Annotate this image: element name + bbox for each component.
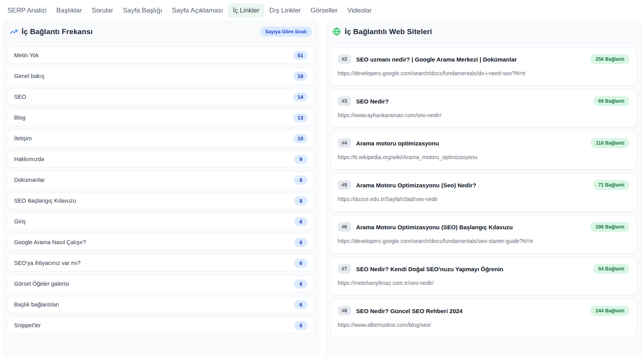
frequency-list-item[interactable]: Başlık bağlantıları 6 [7,296,314,313]
anchor-text-label: SEO'ya ihtiyacınız var mı? [14,260,81,266]
frequency-list-item[interactable]: Google Arama Nasıl Çalışır? 6 [7,234,314,251]
link-count-badge: 6 [294,321,308,330]
rank-badge: #2 [338,54,351,64]
frequency-list-item[interactable]: Genel bakış 18 [7,67,314,85]
anchor-text-label: SEO Başlangıç Kılavuzu [14,198,76,204]
website-title: Arama Motoru Optimizasyonu (Seo) Nedir? [356,182,476,189]
website-url-link[interactable]: https://duzce.edu.tr/Sayfa/c0ad/seo-nedi… [338,196,630,202]
nav-tab[interactable]: Dış Linkler [264,4,305,18]
backlink-count-badge: 116 Bağlantı [591,138,630,148]
backlink-count-badge: 69 Bağlantı [593,96,630,106]
frequency-panel-header: İç Bağlantı Frekansı Sayıya Göre Sıralı [4,21,318,43]
website-card-header: #2 SEO uzmanı nedir? | Google Arama Merk… [338,54,630,64]
frequency-list-item[interactable]: SEO 14 [7,88,314,105]
rank-badge: #5 [338,180,351,190]
nav-tab[interactable]: SERP Analizi [3,4,51,18]
app-viewport: SERP Analizi Başlıklar Sorular Sayfa Baş… [0,0,644,359]
website-card[interactable]: #5 Arama Motoru Optimizasyonu (Seo) Nedi… [330,173,637,212]
link-count-badge: 6 [294,238,308,247]
website-card-header: #5 Arama Motoru Optimizasyonu (Seo) Nedi… [338,180,630,190]
frequency-list-item[interactable]: Hakkımızda 9 [7,150,314,168]
frequency-list-item[interactable]: Metin Yok 51 [7,47,314,64]
website-card-header: #3 SEO Nedir? 69 Bağlantı [338,96,630,106]
anchor-text-label: Dokümanlar [14,177,45,183]
top-tab-bar: SERP Analizi Başlıklar Sorular Sayfa Baş… [0,0,644,20]
frequency-list-item[interactable]: Görsel Öğeler galerisi 6 [7,275,314,292]
trending-up-icon [10,28,18,36]
frequency-list: Metin Yok 51 Genel bakış 18 SEO 14 [4,43,318,341]
link-count-badge: 18 [293,72,308,81]
anchor-text-label: İletişim [14,135,32,141]
frequency-panel-title: İç Bağlantı Frekansı [22,27,93,36]
website-url-link[interactable]: https://www.albertsolino.com/blog/seo/ [338,322,630,328]
content-panels: İç Bağlantı Frekansı Sayıya Göre Sıralı … [0,20,644,356]
frequency-list-item[interactable]: Snippet'ler 6 [7,317,314,334]
linked-websites-panel: İç Bağlantılı Web Siteleri #2 SEO uzmanı… [326,21,641,356]
anchor-text-label: Giriş [14,218,26,225]
nav-tab[interactable]: Başlıklar [52,4,87,18]
globe-icon [333,27,341,36]
backlink-count-badge: 256 Bağlantı [590,54,630,64]
link-count-badge: 9 [294,155,308,164]
link-count-badge: 14 [293,92,308,102]
anchor-text-label: SEO [14,94,26,100]
website-title: Arama motoru optimizasyonu [356,140,439,147]
frequency-list-item[interactable]: SEO Başlangıç Kılavuzu 8 [7,192,314,209]
website-card[interactable]: #3 SEO Nedir? 69 Bağlantı https://www.ay… [330,89,637,128]
link-count-badge: 6 [294,217,308,226]
anchor-text-label: Başlık bağlantıları [14,301,59,308]
website-url-link[interactable]: https://developers.google.com/search/doc… [338,238,630,244]
link-count-badge: 51 [293,51,308,60]
website-card-header: #8 SEO Nedir? Güncel SEO Rehberi 2024 24… [338,306,630,316]
anchor-text-label: Blog [14,114,25,121]
website-url-link[interactable]: https://www.ayhankaraman.com/seo-nedir/ [338,112,630,118]
link-count-badge: 10 [293,134,308,143]
anchor-text-label: Snippet'ler [14,322,41,328]
website-title: SEO Nedir? Güncel SEO Rehberi 2024 [356,308,463,314]
nav-tab[interactable]: Videolar [343,4,376,18]
website-card-header: #7 SEO Nedir? Kendi Doğal SEO'nuzu Yapma… [338,264,630,274]
backlink-count-badge: 244 Bağlantı [590,306,630,316]
frequency-list-item[interactable]: SEO'ya ihtiyacınız var mı? 6 [7,254,314,272]
rank-badge: #6 [338,222,351,232]
website-card-header: #4 Arama motoru optimizasyonu 116 Bağlan… [338,138,630,148]
website-card[interactable]: #7 SEO Nedir? Kendi Doğal SEO'nuzu Yapma… [330,257,637,296]
websites-panel-header: İç Bağlantılı Web Siteleri [326,21,641,42]
link-count-badge: 8 [294,176,308,185]
nav-tab[interactable]: İç Linkler [228,4,264,18]
website-url-link[interactable]: https://developers.google.com/search/doc… [338,70,630,76]
anchor-text-label: Metin Yok [14,52,39,58]
nav-tab[interactable]: Sayfa Başlığı [118,4,167,18]
frequency-list-item[interactable]: Blog 13 [7,109,314,126]
anchor-text-label: Google Arama Nasıl Çalışır? [14,239,86,245]
website-title: SEO Nedir? Kendi Doğal SEO'nuzu Yapmayı … [356,266,503,272]
link-count-badge: 8 [294,196,308,205]
frequency-list-item[interactable]: Dokümanlar 8 [7,171,314,189]
website-card[interactable]: #4 Arama motoru optimizasyonu 116 Bağlan… [330,131,637,170]
website-url-link[interactable]: https://metehanyilmaz.com.tr/seo-nedir/ [338,280,630,286]
websites-panel-title: İç Bağlantılı Web Siteleri [345,27,432,36]
link-count-badge: 6 [294,279,308,288]
anchor-text-label: Genel bakış [14,73,44,79]
website-card[interactable]: #8 SEO Nedir? Güncel SEO Rehberi 2024 24… [330,299,637,337]
anchor-text-label: Hakkımızda [14,156,44,162]
link-count-badge: 6 [294,300,308,309]
websites-list: #2 SEO uzmanı nedir? | Google Arama Merk… [326,42,641,346]
website-url-link[interactable]: https://tr.wikipedia.org/wiki/Arama_moto… [338,154,630,160]
sort-order-badge: Sayıya Göre Sıralı [260,27,312,37]
website-card-header: #6 Arama Motoru Optimizasyonu (SEO) Başl… [338,222,630,232]
backlink-count-badge: 71 Bağlantı [593,180,630,190]
anchor-text-label: Görsel Öğeler galerisi [14,281,69,287]
frequency-list-item[interactable]: İletişim 10 [7,130,314,147]
rank-badge: #8 [338,306,351,315]
nav-tab[interactable]: Sayfa Açıklaması [167,4,228,18]
website-card[interactable]: #6 Arama Motoru Optimizasyonu (SEO) Başl… [330,215,637,254]
backlink-count-badge: 54 Bağlantı [593,264,630,274]
rank-badge: #7 [338,264,351,274]
nav-tab[interactable]: Görseller [306,4,342,18]
website-title: SEO Nedir? [356,98,389,105]
website-title: Arama Motoru Optimizasyonu (SEO) Başlang… [356,224,513,230]
nav-tab[interactable]: Sorular [87,4,118,18]
frequency-list-item[interactable]: Giriş 6 [7,213,314,230]
website-card[interactable]: #2 SEO uzmanı nedir? | Google Arama Merk… [330,47,637,86]
